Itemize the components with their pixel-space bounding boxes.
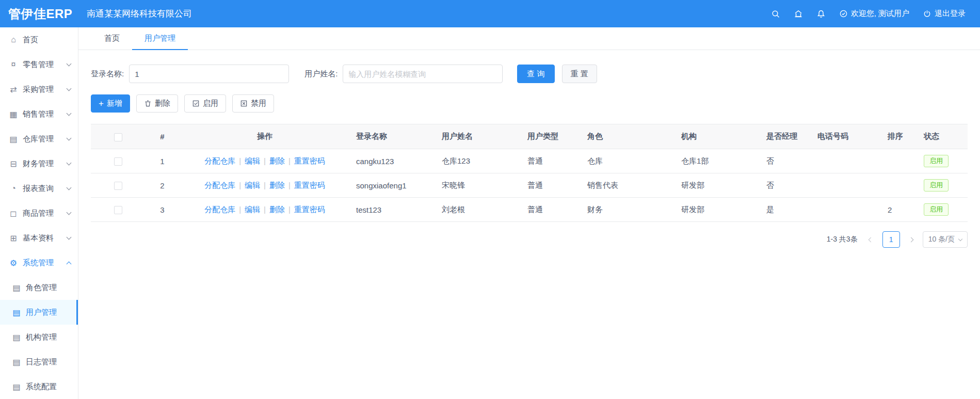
op-assign-warehouse-link[interactable]: 分配仓库 — [204, 181, 235, 189]
sidebar-item-retail[interactable]: ¤零售管理 — [0, 52, 78, 77]
op-assign-warehouse-link[interactable]: 分配仓库 — [204, 156, 235, 165]
op-delete-link[interactable]: 删除 — [269, 181, 285, 189]
column-header: 用户姓名 — [436, 124, 521, 149]
delete-button[interactable]: 删除 — [136, 94, 178, 113]
op-delete-link[interactable]: 删除 — [269, 156, 285, 165]
column-header: 操作 — [180, 124, 350, 149]
home-icon[interactable] — [794, 9, 803, 19]
sidebar-item-log[interactable]: ▤日志管理 — [0, 349, 78, 374]
tab-用户管理[interactable]: 用户管理 — [132, 27, 188, 50]
trash-icon — [144, 100, 152, 107]
sidebar-item-label: 角色管理 — [26, 283, 57, 293]
cell-phone — [811, 149, 881, 173]
column-header: 用户类型 — [521, 124, 581, 149]
search-button[interactable]: 查 询 — [517, 65, 554, 83]
add-button[interactable]: + 新增 — [91, 94, 130, 113]
search-icon[interactable] — [771, 9, 780, 19]
cell-org: 研发部 — [675, 173, 760, 198]
sidebar-item-product[interactable]: ◻商品管理 — [0, 201, 78, 226]
sidebar-item-label: 报表查询 — [23, 184, 54, 194]
cell-login: cangku123 — [350, 149, 436, 173]
logout-button[interactable]: 退出登录 — [923, 9, 966, 19]
status-badge[interactable]: 启用 — [924, 155, 949, 168]
welcome-user[interactable]: 欢迎您, 测试用户 — [839, 9, 909, 19]
header-actions: 欢迎您, 测试用户 退出登录 — [771, 9, 980, 19]
op-edit-link[interactable]: 编辑 — [245, 156, 260, 165]
page-content: 登录名称: 用户姓名: 查 询 重 置 + 新增 删除 — [78, 50, 980, 399]
welcome-text: 欢迎您, 测试用户 — [851, 9, 909, 19]
row-operations: 分配仓库|编辑|删除|重置密码 — [180, 198, 350, 222]
cell-sort — [881, 149, 918, 173]
op-edit-link[interactable]: 编辑 — [245, 205, 260, 214]
sidebar-item-label: 商品管理 — [23, 209, 54, 218]
sidebar-item-label: 零售管理 — [23, 60, 54, 70]
row-checkbox[interactable] — [114, 206, 122, 214]
check-square-icon — [192, 100, 200, 107]
sidebar-item-purchase[interactable]: ⇄采购管理 — [0, 77, 78, 102]
user-name-input[interactable] — [343, 65, 503, 83]
sidebar-item-label: 首页 — [23, 35, 38, 45]
tab-bar: 首页用户管理 — [78, 27, 980, 50]
status-badge[interactable]: 启用 — [924, 179, 949, 192]
sidebar-item-role[interactable]: ▤角色管理 — [0, 275, 78, 300]
op-reset-password-link[interactable]: 重置密码 — [294, 205, 325, 214]
chevron-down-icon — [67, 210, 72, 215]
row-checkbox[interactable] — [114, 157, 122, 166]
chevron-down-icon — [67, 161, 72, 166]
cell-sort — [881, 173, 918, 198]
table-row: 1分配仓库|编辑|删除|重置密码cangku123仓库123普通仓库仓库1部否启… — [91, 149, 968, 173]
warehouse-icon: ▤ — [8, 134, 19, 144]
system-icon: ⚙ — [8, 258, 19, 268]
bell-icon[interactable] — [816, 9, 826, 19]
row-index: 2 — [145, 173, 180, 198]
logout-text: 退出登录 — [935, 9, 966, 19]
prev-page-button[interactable] — [865, 231, 877, 248]
sidebar-item-system[interactable]: ⚙系统管理 — [0, 250, 78, 275]
company-name: 南通某某网络科技有限公司 — [87, 8, 192, 20]
sidebar-item-basic[interactable]: ⊞基本资料 — [0, 226, 78, 250]
sidebar-item-config[interactable]: ▤系统配置 — [0, 374, 78, 399]
op-separator: | — [239, 156, 241, 165]
select-all-checkbox[interactable] — [114, 133, 122, 141]
cell-login: test123 — [350, 198, 436, 222]
cell-status: 启用 — [918, 173, 968, 198]
sidebar-item-finance[interactable]: ⊟财务管理 — [0, 151, 78, 176]
cell-type: 普通 — [521, 173, 581, 198]
finance-icon: ⊟ — [8, 159, 19, 169]
page-size-select[interactable]: 10 条/页 — [923, 231, 968, 248]
current-page[interactable]: 1 — [882, 231, 900, 248]
sidebar-item-org[interactable]: ▤机构管理 — [0, 325, 78, 349]
main-layout: ⌂首页¤零售管理⇄采购管理▦销售管理▤仓库管理⊟财务管理◔报表查询◻商品管理⊞基… — [0, 27, 980, 399]
tab-首页[interactable]: 首页 — [92, 27, 132, 50]
cell-role: 财务 — [581, 198, 675, 222]
enable-button[interactable]: 启用 — [184, 94, 226, 113]
reset-button[interactable]: 重 置 — [562, 65, 597, 83]
sidebar-item-report[interactable]: ◔报表查询 — [0, 176, 78, 201]
op-reset-password-link[interactable]: 重置密码 — [294, 181, 325, 189]
action-toolbar: + 新增 删除 启用 — [91, 94, 968, 113]
op-edit-link[interactable]: 编辑 — [245, 181, 260, 189]
cell-manager: 否 — [760, 173, 811, 198]
sidebar-item-warehouse[interactable]: ▤仓库管理 — [0, 126, 78, 151]
pagination: 1-3 共3条 1 10 条/页 — [91, 231, 968, 248]
cell-status: 启用 — [918, 149, 968, 173]
next-page-button[interactable] — [905, 231, 918, 248]
op-assign-warehouse-link[interactable]: 分配仓库 — [204, 205, 235, 214]
filter-bar: 登录名称: 用户姓名: 查 询 重 置 — [91, 65, 968, 83]
logout-icon — [923, 9, 931, 18]
op-separator: | — [264, 205, 266, 214]
row-operations: 分配仓库|编辑|删除|重置密码 — [180, 149, 350, 173]
disable-button[interactable]: 禁用 — [232, 94, 274, 113]
row-checkbox[interactable] — [114, 182, 122, 190]
login-name-input[interactable] — [129, 65, 289, 83]
column-header: 状态 — [918, 124, 968, 149]
op-delete-link[interactable]: 删除 — [269, 205, 285, 214]
user-table: #操作登录名称用户姓名用户类型角色机构是否经理电话号码排序状态 1分配仓库|编辑… — [91, 124, 968, 222]
cell-login: songxiaofeng1 — [350, 173, 436, 198]
op-reset-password-link[interactable]: 重置密码 — [294, 156, 325, 165]
sales-icon: ▦ — [8, 109, 19, 119]
sidebar-item-user[interactable]: ▤用户管理 — [0, 300, 78, 325]
sidebar-item-home[interactable]: ⌂首页 — [0, 27, 78, 52]
status-badge[interactable]: 启用 — [924, 203, 949, 216]
sidebar-item-sales[interactable]: ▦销售管理 — [0, 102, 78, 126]
